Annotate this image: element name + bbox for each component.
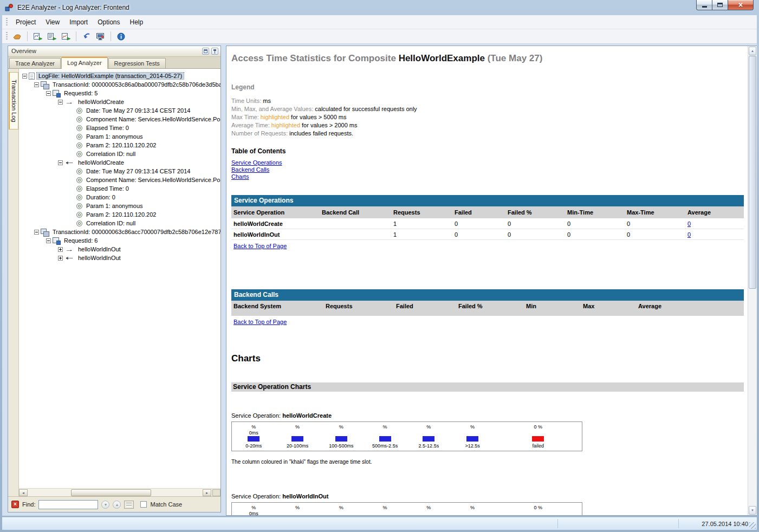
tab-log-analyzer[interactable]: Log Analyzer <box>61 57 108 69</box>
report-title-date: (Tue May 27) <box>485 53 542 63</box>
table-cell: 0 <box>505 231 565 238</box>
toc-link[interactable]: Backend Calls <box>231 166 269 173</box>
menu-item-view[interactable]: View <box>41 16 64 28</box>
chart-column: %20-100ms <box>276 505 320 515</box>
tree-item[interactable]: ⇠helloWorldInOut <box>19 254 220 262</box>
service-operation-chart: Service Operation: helloWorldInOut%0ms0-… <box>231 493 744 515</box>
maximize-button[interactable] <box>712 0 728 10</box>
report-title-prefix: Access Time Statistics for Composite <box>231 53 399 63</box>
tree-item[interactable]: Date: Tue May 27 09:13:14 CEST 2014 <box>19 106 220 115</box>
tree-expander[interactable] <box>46 238 51 243</box>
horizontal-scrollbar-thumb[interactable] <box>71 489 151 496</box>
tree-item[interactable]: Elapsed Time: 0 <box>19 184 220 193</box>
tree-item[interactable]: Duration: 0 <box>19 193 220 202</box>
tree-expander[interactable] <box>34 82 39 87</box>
import-log-icon[interactable] <box>46 30 58 42</box>
scroll-down-button[interactable]: ▼ <box>749 506 756 515</box>
tree-item[interactable]: Param 2: 120.110.120.202 <box>19 210 220 219</box>
import-model-icon[interactable] <box>31 30 44 42</box>
average-link[interactable]: 0 <box>687 220 691 227</box>
table-cell: 0 <box>565 231 625 238</box>
toc-links: Service OperationsBackend CallsCharts <box>231 159 744 180</box>
chart-value-label: % <box>363 505 407 511</box>
column-header: Max-Time <box>625 209 685 216</box>
toolbar-separator <box>76 31 76 41</box>
legend-label: Max Time: <box>231 114 261 120</box>
menu-item-import[interactable]: Import <box>64 16 93 28</box>
table-title-service-operations: Service Operations <box>231 195 744 206</box>
menu-item-project[interactable]: Project <box>11 16 41 28</box>
tree-item[interactable]: ⇠helloWorldCreate <box>19 158 220 167</box>
find-next-button[interactable]: ▾ <box>101 501 109 509</box>
back-to-top-link[interactable]: Back to Top of Page <box>233 243 287 249</box>
tree-item[interactable]: TransactionId: 000000063c86acc7000079dfb… <box>19 228 220 236</box>
tree-item[interactable]: →helloWorldCreate <box>19 98 220 106</box>
close-button[interactable]: × <box>728 0 754 10</box>
resize-grip[interactable] <box>749 522 756 529</box>
tree-item[interactable]: →helloWorldInOut <box>19 245 220 254</box>
screen-capture-icon[interactable] <box>94 30 107 42</box>
column-header: Min <box>524 303 581 309</box>
tree-item-label: Correlation ID: null <box>85 151 137 157</box>
find-prev-button[interactable]: ▴ <box>113 501 121 509</box>
match-case-checkbox[interactable] <box>140 501 147 508</box>
tree-expander[interactable] <box>46 91 51 96</box>
info-icon <box>76 116 82 122</box>
toc-link[interactable]: Charts <box>231 173 249 180</box>
tree-item[interactable]: Component Name: Services.HelloWorldServi… <box>19 176 220 184</box>
toc-link[interactable]: Service Operations <box>231 159 282 166</box>
tree-item[interactable]: Component Name: Services.HelloWorldServi… <box>19 115 220 124</box>
import-trace-icon[interactable] <box>60 30 72 42</box>
chart-bar <box>466 436 478 442</box>
tab-regression-tests[interactable]: Regression Tests <box>108 58 166 68</box>
vertical-scrollbar-thumb[interactable] <box>749 56 756 289</box>
info-icon[interactable] <box>115 30 127 42</box>
table-cell: 1 <box>391 220 452 227</box>
tree-expander[interactable] <box>34 230 39 235</box>
float-window-icon[interactable] <box>202 48 209 55</box>
back-to-top-link[interactable]: Back to Top of Page <box>233 319 287 325</box>
tree-item[interactable]: TransactionId: 000000053c86a0ba000079dfb… <box>19 80 220 89</box>
undo-icon[interactable] <box>80 30 93 42</box>
pin-icon[interactable] <box>211 48 218 55</box>
legend-label: Min, Max, and Average Values: <box>231 106 315 112</box>
chart-column: %2.5-12.5s <box>407 505 451 515</box>
minimize-button[interactable] <box>696 0 712 10</box>
tree-item-label: RequestId: 5 <box>62 90 99 96</box>
legend-text: for values > 5000 ms <box>291 114 346 120</box>
hand-pointer-icon[interactable] <box>11 30 23 42</box>
table-row: helloWorldInOut100000 <box>231 229 744 240</box>
menu-item-help[interactable]: Help <box>125 16 148 28</box>
average-link[interactable]: 0 <box>687 231 691 238</box>
tree-item[interactable]: Elapsed Time: 0 <box>19 124 220 132</box>
close-find-icon[interactable]: × <box>11 501 19 508</box>
scroll-left-button[interactable]: ◄ <box>19 489 28 496</box>
chart-title-prefix: Service Operation: <box>231 412 282 419</box>
tree-item[interactable]: Param 1: anonymous <box>19 132 220 141</box>
tree-item[interactable]: Date: Tue May 27 09:13:14 CEST 2014 <box>19 167 220 176</box>
chart-avg-label <box>495 430 582 436</box>
chart-value-label: % <box>407 424 451 430</box>
find-options-button[interactable] <box>124 501 134 509</box>
menu-item-options[interactable]: Options <box>93 16 125 28</box>
side-tab-transaction-log[interactable]: Transaction Log <box>9 72 18 129</box>
tree-item[interactable]: Correlation ID: null <box>19 150 220 158</box>
tree-item[interactable]: Param 2: 120.110.120.202 <box>19 141 220 150</box>
tree-expander[interactable] <box>22 74 27 79</box>
tree-item[interactable]: LogFile: HelloWorldExample (transaction_… <box>19 72 220 80</box>
tree-item[interactable]: Param 1: anonymous <box>19 202 220 210</box>
match-case-label: Match Case <box>150 501 182 508</box>
tree-item[interactable]: RequestId: 5 <box>19 89 220 98</box>
chart-box: %0ms0-20ms%20-100ms%100-500ms%500ms-2.5s… <box>231 502 582 515</box>
scroll-right-button[interactable]: ► <box>203 489 211 496</box>
info-icon <box>76 168 82 174</box>
title-bar[interactable]: E2E Analyzer - Log Analyzer: Frontend × <box>0 0 759 15</box>
scroll-up-button[interactable]: ▲ <box>749 47 756 55</box>
tree-item[interactable]: Correlation ID: null <box>19 219 220 228</box>
info-icon <box>76 177 82 183</box>
tab-trace-analyzer[interactable]: Trace Analyzer <box>9 58 61 68</box>
tree-item[interactable]: RequestId: 6 <box>19 236 220 245</box>
find-input[interactable] <box>38 500 98 509</box>
chart-category-label: >12.5s <box>451 443 495 449</box>
chart-category-label: 2.5-12.5s <box>407 443 451 449</box>
